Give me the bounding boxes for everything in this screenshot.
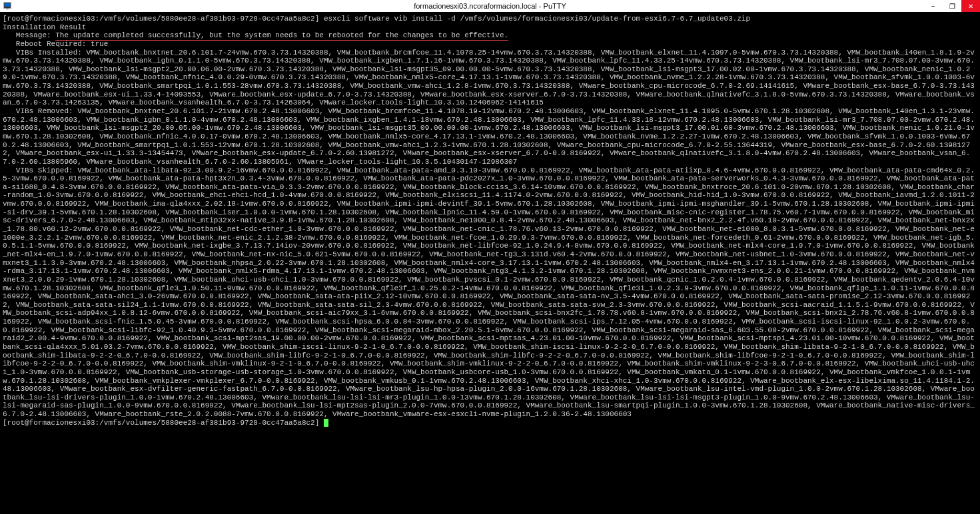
close-button[interactable]: ✕ (961, 0, 980, 12)
command-input: esxcli software vib install -d /vmfs/vol… (319, 15, 750, 23)
prompt-user: [root@formacionesxi03: (3, 15, 99, 23)
terminal-cursor (324, 419, 328, 427)
maximize-button[interactable]: ❐ (943, 0, 961, 12)
svg-rect-1 (5, 3, 11, 7)
message-label: Message: (3, 31, 55, 39)
prompt-path: /vmfs/volumes/5880ee28-af381b93-9728-0cc… (99, 15, 319, 23)
reboot-required: Reboot Required: true (3, 40, 108, 48)
vibs-installed-label: VIBs Installed: (3, 49, 86, 57)
window-title: formacionesxi03.ncoraformacion.local - P… (414, 2, 566, 10)
vibs-skipped-list: VMW_bootbank_ata-libata-92_3.00.9.2-16vm… (3, 166, 975, 419)
prompt2-user: [root@formacionesxi03: (3, 419, 99, 427)
window-titlebar: formacionesxi03.ncoraformacion.local - P… (0, 0, 980, 12)
terminal-output[interactable]: [root@formacionesxi03:/vmfs/volumes/5880… (0, 12, 980, 514)
minimize-button[interactable]: − (924, 0, 943, 12)
vibs-removed-label: VIBs Removed: (3, 107, 77, 115)
window-controls: − ❐ ✕ (924, 0, 980, 12)
result-header: Installation Result (3, 23, 86, 31)
message-text: The update completed successfully, but t… (55, 31, 508, 41)
putty-icon (3, 1, 12, 11)
vibs-installed-list: VMW_bootbank_bnxtnet_20.6.101.7-24vmw.67… (3, 49, 975, 107)
vibs-skipped-label: VIBs Skipped: (3, 166, 77, 174)
prompt2-path: /vmfs/volumes/5880ee28-af381b93-9728-0cc… (99, 419, 319, 427)
vibs-removed-list: VMW_bootbank_bnxtnet_20.6.101.7-21vmw.67… (3, 107, 975, 166)
svg-rect-2 (6, 9, 9, 10)
